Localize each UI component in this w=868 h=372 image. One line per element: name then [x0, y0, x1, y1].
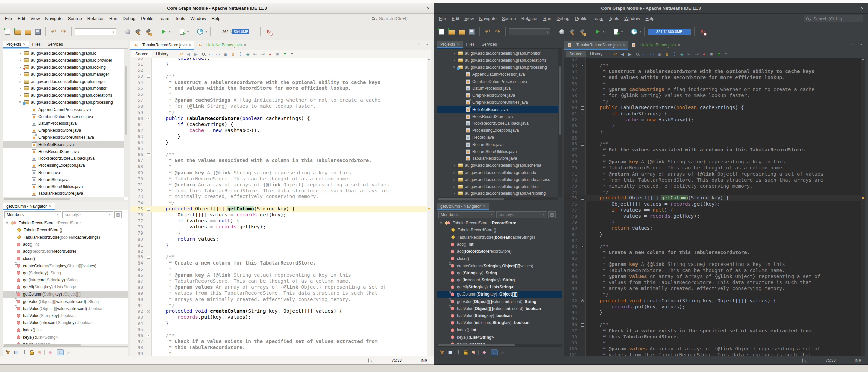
- code-line[interactable]: 87 * TabularRecordStore. This can be tho…: [130, 278, 427, 284]
- code-line[interactable]: 58 * for {@link String} values to make l…: [130, 103, 427, 110]
- menu-item-run[interactable]: Run: [106, 14, 120, 23]
- fold-collapse-icon[interactable]: [147, 256, 150, 259]
- chevron-down-icon[interactable]: ▾: [169, 30, 170, 33]
- fold-collapse-icon[interactable]: [581, 245, 584, 248]
- menu-item-view[interactable]: View: [462, 14, 476, 23]
- tree-item-file[interactable]: RecordStore.java: [437, 141, 562, 148]
- navigator-item[interactable]: add(RecordStore recordStore): [437, 248, 562, 255]
- menu-item-debug[interactable]: Debug: [554, 14, 572, 23]
- menu-item-help[interactable]: Help: [643, 14, 657, 23]
- close-icon[interactable]: ×: [457, 42, 459, 47]
- navigator-item[interactable]: getAll(String key) : List<String>: [437, 284, 562, 291]
- fold-collapse-icon[interactable]: [581, 64, 584, 67]
- close-icon[interactable]: ×: [23, 42, 25, 47]
- close-icon[interactable]: ×: [189, 43, 191, 48]
- undo-button[interactable]: [483, 27, 492, 36]
- undo-button[interactable]: [49, 27, 58, 36]
- tab-scroll-icons[interactable]: ‹ › ▾: [852, 43, 863, 46]
- code-line[interactable]: 74 */: [130, 200, 427, 206]
- sort-alphabetically-icon[interactable]: [57, 349, 64, 355]
- chevron-collapsed-icon[interactable]: >: [19, 72, 24, 76]
- code-line[interactable]: 88 * @param values An array of arrays of…: [130, 284, 427, 290]
- code-line[interactable]: 83 /**: [130, 254, 427, 260]
- code-line[interactable]: 92 protected void createColumn(String ke…: [564, 298, 861, 304]
- navigator-grid-icon[interactable]: ▦: [548, 211, 556, 218]
- menu-item-team[interactable]: Team: [590, 14, 606, 23]
- menu-item-file[interactable]: File: [2, 14, 15, 23]
- uncomment-icon[interactable]: ≡: [723, 51, 730, 57]
- tab-navigator[interactable]: getColumn - Navigator ×: [3, 203, 55, 210]
- code-line[interactable]: 71 * @return An array of arrays of {@lin…: [564, 171, 861, 177]
- find-selection-icon[interactable]: [200, 51, 207, 57]
- tree-item-file[interactable]: CombineDatumProcessor.java: [3, 113, 128, 120]
- close-icon[interactable]: ×: [678, 43, 680, 48]
- code-line[interactable]: 74 */: [564, 189, 861, 195]
- code-line[interactable]: 59 */: [564, 99, 861, 105]
- code-line[interactable]: 70 * TabularRecordStore. This can be tho…: [130, 176, 427, 182]
- navigator-scope-select[interactable]: Members∨: [4, 211, 61, 218]
- tab-projects[interactable]: Projects×: [3, 41, 29, 48]
- navigator-scope-select[interactable]: Members∨: [438, 211, 495, 218]
- tree-item-package[interactable]: >au.gov.asd.tac.constellation.graph.moni…: [3, 85, 128, 92]
- fully-qualified-icon[interactable]: [46, 349, 53, 355]
- chevron-collapsed-icon[interactable]: >: [453, 51, 458, 55]
- show-fields-icon[interactable]: [447, 349, 454, 355]
- view-toggle-source[interactable]: Source: [132, 51, 152, 57]
- show-static-icon[interactable]: [21, 349, 27, 355]
- code-line[interactable]: 97 * Check if a value exists in the spec…: [130, 339, 427, 345]
- show-static-icon[interactable]: [455, 349, 461, 355]
- tree-item-package[interactable]: >au.gov.asd.tac.constellation.graph.mana…: [3, 71, 128, 78]
- run-button[interactable]: [159, 27, 168, 36]
- show-fields-icon[interactable]: [13, 349, 20, 355]
- navigator-item[interactable]: hasValue(String key) : boolean: [437, 312, 562, 319]
- tree-item-package[interactable]: >au.gov.asd.tac.constellation.graph.oper…: [437, 57, 562, 64]
- minimize-icon[interactable]: –: [123, 41, 125, 46]
- title-bar[interactable]: Core Graph Module - Apache NetBeans IDE …: [0, 3, 434, 14]
- previous-occurrence-icon[interactable]: ⇦: [207, 51, 214, 57]
- menu-item-refactor[interactable]: Refactor: [519, 14, 540, 23]
- navigator-item[interactable]: hasValue(Object[][] values, int record) …: [437, 305, 562, 312]
- menu-item-navigate[interactable]: Navigate: [42, 14, 65, 23]
- tree-horizontal-scrollbar[interactable]: [3, 197, 124, 200]
- code-line[interactable]: 60 public TabularRecordStore(boolean cac…: [564, 105, 861, 111]
- code-line[interactable]: 84 * Create a new column for this Tabula…: [130, 260, 427, 266]
- code-line[interactable]: 72 * from this TabularRecordStore. This …: [564, 177, 861, 183]
- code-line[interactable]: 79 }: [130, 230, 427, 236]
- code-line[interactable]: 91 */: [130, 303, 427, 309]
- notifications-badge[interactable]: 5: [368, 358, 374, 363]
- navigator-grid-icon[interactable]: ▦: [114, 211, 122, 218]
- code-line[interactable]: 68 *: [564, 153, 861, 159]
- tree-item-file[interactable]: GraphRecordStoreUtilities.java: [437, 99, 562, 106]
- code-line[interactable]: 68 *: [130, 164, 427, 170]
- save-all-button[interactable]: [33, 27, 42, 36]
- code-line[interactable]: 62 cache = new HashMap<>();: [564, 117, 861, 123]
- tree-item-file[interactable]: AppendDatumProcessor.java: [437, 71, 562, 78]
- chevron-collapsed-icon[interactable]: >: [19, 51, 24, 55]
- code-line[interactable]: 77 if (values == null) {: [130, 218, 427, 224]
- navigator-item[interactable]: hasValue(int record, String key) : boole…: [3, 319, 128, 327]
- sort-alphabetically-icon[interactable]: [491, 349, 498, 355]
- code-line[interactable]: 88 * @param values An array of arrays of…: [564, 274, 861, 280]
- code-line[interactable]: 78 values = records.get(key);: [564, 213, 861, 219]
- sort-by-source-icon[interactable]: [499, 349, 505, 355]
- code-line[interactable]: 101 * values from this TabularRecordStor…: [564, 352, 861, 356]
- new-project-button[interactable]: [447, 27, 456, 36]
- stop-macro-icon[interactable]: ■: [708, 51, 715, 57]
- run-button[interactable]: [593, 27, 602, 36]
- navigator-item[interactable]: close(): [437, 255, 562, 262]
- gc-workspace-button[interactable]: [708, 27, 717, 36]
- stop-macro-icon[interactable]: ■: [274, 51, 281, 57]
- tab-files[interactable]: Files: [463, 41, 478, 48]
- editor-tab[interactable]: TabularRecordStore.java×: [564, 41, 628, 50]
- navigator-item[interactable]: get(int record, String key) : String: [437, 277, 562, 284]
- code-line[interactable]: 81 }: [130, 242, 427, 248]
- code-line[interactable]: 67 * Get the values associated with a co…: [130, 158, 427, 164]
- clean-build-button[interactable]: [578, 27, 586, 36]
- code-line[interactable]: 69 * @param key A {@link String value} r…: [130, 170, 427, 176]
- code-line[interactable]: 86 * @param key A {@link String value} r…: [564, 261, 861, 268]
- chevron-down-icon[interactable]: ▾: [206, 30, 207, 33]
- code-line[interactable]: 86 * @param key A {@link String value} r…: [130, 272, 427, 278]
- redo-button[interactable]: [493, 27, 502, 36]
- window-close-icon[interactable]: ×: [861, 6, 864, 11]
- chevron-down-icon[interactable]: ▾: [603, 30, 604, 33]
